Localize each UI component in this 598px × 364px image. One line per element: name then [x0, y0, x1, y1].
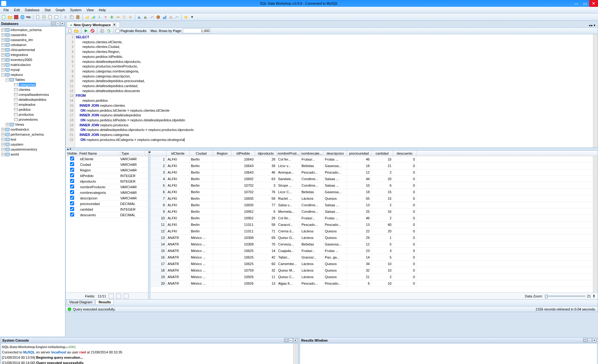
- field-row[interactable]: nombrecategoriaVARCHAR: [66, 190, 148, 195]
- g1-icon[interactable]: [137, 14, 142, 20]
- results-pin-icon[interactable]: ⬚: [583, 338, 587, 342]
- menu-edit[interactable]: Edit: [12, 7, 22, 12]
- grid-col-header[interactable]: cantidad: [371, 151, 393, 156]
- grid-body[interactable]: 1ALFKIBerlin1064328Col fer...Frutas/...F…: [151, 156, 598, 292]
- doc4-icon[interactable]: [54, 14, 59, 20]
- console-pin-icon[interactable]: ⬚: [284, 338, 288, 342]
- grid-row[interactable]: 16ANATRMéxico ...1062542Tallari...Granos…: [151, 254, 598, 261]
- tab-new-query[interactable]: ● New Query Workspace ×: [67, 22, 120, 27]
- zoom-slider[interactable]: [545, 296, 585, 297]
- grid-row[interactable]: 10ALFKIBerlin1095228Col fer...Frutas/...…: [151, 215, 598, 222]
- grid-col-header[interactable]: Ciudad: [190, 151, 213, 156]
- qtb-refresh-icon[interactable]: [106, 28, 112, 34]
- fields-hdr-type[interactable]: Type: [120, 151, 145, 156]
- s2-icon[interactable]: [121, 14, 127, 20]
- tree-node[interactable]: pedidos: [0, 107, 65, 112]
- horizontal-splitter[interactable]: ▲▼: [65, 148, 598, 150]
- field-row[interactable]: descuentoDECIMAL: [66, 212, 148, 218]
- field-row[interactable]: IdPedidoINTEGER: [66, 173, 148, 179]
- g7-icon[interactable]: [174, 14, 180, 20]
- star-icon[interactable]: [183, 14, 189, 20]
- grid-col-header[interactable]: Region: [213, 151, 232, 156]
- open-icon[interactable]: [7, 14, 13, 20]
- pane-min-icon[interactable]: −: [56, 21, 60, 26]
- grid-row[interactable]: 14ANATRMéxico ...1030870Cerveza...Bebida…: [151, 241, 598, 248]
- grid-col-header[interactable]: preciounidad: [347, 151, 371, 156]
- field-row[interactable]: idproductoINTEGER: [66, 179, 148, 184]
- menu-system[interactable]: System: [68, 7, 84, 12]
- tree-node[interactable]: +world: [0, 152, 65, 157]
- field-row[interactable]: idClienteVARCHAR: [66, 156, 148, 162]
- run-button[interactable]: [83, 28, 89, 34]
- tree-node[interactable]: +clinicaelemental: [0, 47, 65, 52]
- tree-node[interactable]: −neptuno: [0, 72, 65, 77]
- g6-icon[interactable]: [168, 14, 173, 20]
- fields-view3-icon[interactable]: [124, 294, 129, 299]
- maxrows-input[interactable]: [183, 28, 211, 33]
- grid-col-header[interactable]: nombreProd...: [277, 151, 300, 156]
- sql-editor[interactable]: 12345678910111213141516171819202122 SELE…: [65, 34, 598, 148]
- tree-node[interactable]: +integradora: [0, 52, 65, 57]
- field-row[interactable]: preciounidadDECIMAL: [66, 201, 148, 207]
- grid-row[interactable]: 19ANATRMéxico ...1092611Queso C...Lácteo…: [151, 274, 598, 280]
- save-icon[interactable]: [13, 14, 19, 20]
- field-row[interactable]: descripcionVARCHAR: [66, 195, 148, 201]
- field-row[interactable]: cantidadINTEGER: [66, 207, 148, 212]
- grid-col-header[interactable]: nombrecate...: [300, 151, 324, 156]
- paste-icon[interactable]: [75, 14, 81, 20]
- grid-scrollbar[interactable]: [593, 156, 598, 292]
- vertical-splitter[interactable]: ◂▸: [148, 151, 151, 299]
- cut-icon[interactable]: [63, 14, 68, 20]
- field-visible-checkbox[interactable]: [70, 201, 74, 205]
- tab-results[interactable]: Results: [96, 300, 114, 305]
- results-output[interactable]: [300, 343, 597, 364]
- tree-node[interactable]: +Views: [0, 122, 65, 127]
- grid-row[interactable]: 7ALFKIBerlin1083559Raclet ...LácteosQues…: [151, 195, 598, 202]
- zoom-spinner[interactable]: ▲▼: [593, 294, 595, 298]
- field-visible-checkbox[interactable]: [70, 207, 74, 211]
- field-row[interactable]: nombreProductoVARCHAR: [66, 184, 148, 190]
- db-icon[interactable]: [20, 14, 25, 20]
- field-row[interactable]: CiudadVARCHAR: [66, 162, 148, 167]
- grid-row[interactable]: 3ALFKIBerlin1064346Arenque...Pescado...P…: [151, 169, 598, 176]
- menu-file[interactable]: File: [1, 7, 12, 12]
- g3-icon[interactable]: [149, 14, 155, 20]
- arrow-up-icon[interactable]: [103, 14, 108, 20]
- tree-node[interactable]: productos: [0, 112, 65, 117]
- arrow-down-icon[interactable]: [97, 14, 102, 20]
- tree-node[interactable]: +cassandra: [0, 32, 65, 37]
- menu-help[interactable]: Help: [96, 7, 108, 12]
- qtb-open-icon[interactable]: [74, 28, 79, 34]
- g5-icon[interactable]: [162, 14, 167, 20]
- field-visible-checkbox[interactable]: [70, 168, 74, 172]
- s3-icon[interactable]: [128, 14, 133, 20]
- editor-scrollbar[interactable]: [593, 34, 598, 147]
- grid-col-header[interactable]: idCliente: [166, 151, 190, 156]
- qtb-doc-icon[interactable]: [67, 28, 73, 34]
- field-row[interactable]: RegionVARCHAR: [66, 167, 148, 173]
- tree-node[interactable]: +matriculacion: [0, 62, 65, 67]
- tree-node[interactable]: proveedores: [0, 117, 65, 122]
- field-visible-checkbox[interactable]: [70, 162, 74, 166]
- field-visible-checkbox[interactable]: [70, 173, 74, 177]
- grid-row[interactable]: 4ALFKIBerlin1069263Sandwic...Condime...S…: [151, 176, 598, 182]
- field-visible-checkbox[interactable]: [70, 179, 74, 183]
- grid-row[interactable]: 8ALFKIBerlin1083577Salsa v...Condime...S…: [151, 202, 598, 208]
- grid-row[interactable]: 9ALFKIBerlin109526Mermela...Condime...Sa…: [151, 208, 598, 215]
- console-scrollbar[interactable]: [293, 343, 298, 364]
- grid-row[interactable]: 13ANATRMéxico ...1030869Queso G...Lácteo…: [151, 235, 598, 241]
- tree-node[interactable]: +inventory2000: [0, 57, 65, 62]
- fields-hdr-name[interactable]: Field Name: [78, 151, 120, 156]
- grid-row[interactable]: 17ANATRMéxico ...1062560Camembe...Lácteo…: [151, 261, 598, 267]
- doc3-icon[interactable]: [47, 14, 53, 20]
- tree-node[interactable]: +usysteminventory: [0, 147, 65, 152]
- grid-col-header[interactable]: descripcion: [324, 151, 347, 156]
- tree-node[interactable]: +test: [0, 137, 65, 142]
- doc1-icon[interactable]: [35, 14, 40, 20]
- tree-node[interactable]: +northwindcn: [0, 127, 65, 132]
- field-visible-checkbox[interactable]: [70, 156, 74, 161]
- menu-view[interactable]: View: [84, 7, 97, 12]
- g4-icon[interactable]: [155, 14, 161, 20]
- field-visible-checkbox[interactable]: [70, 212, 74, 217]
- paginate-checkbox[interactable]: [116, 29, 120, 33]
